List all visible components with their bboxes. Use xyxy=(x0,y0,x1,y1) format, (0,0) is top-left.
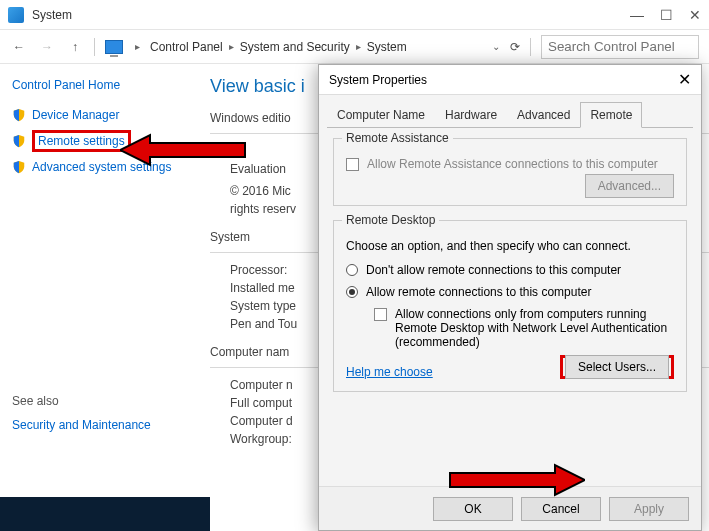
checkbox-label: Allow connections only from computers ru… xyxy=(395,307,674,349)
tab-hardware[interactable]: Hardware xyxy=(435,102,507,128)
maximize-button[interactable]: ☐ xyxy=(660,7,673,23)
shield-icon xyxy=(12,160,26,174)
nla-checkbox[interactable]: Allow connections only from computers ru… xyxy=(374,307,674,349)
shield-icon xyxy=(12,108,26,122)
location-dropdown-icon[interactable]: ▸ xyxy=(135,41,140,52)
radio-dont-allow[interactable]: Don't allow remote connections to this c… xyxy=(346,263,674,277)
dialog-title: System Properties xyxy=(329,73,427,87)
close-button[interactable]: ✕ xyxy=(689,7,701,23)
radio-label: Don't allow remote connections to this c… xyxy=(366,263,621,277)
instruction-text: Choose an option, and then specify who c… xyxy=(346,239,674,253)
sidebar: Control Panel Home Device Manager Remote… xyxy=(0,64,190,531)
tab-computer-name[interactable]: Computer Name xyxy=(327,102,435,128)
remote-assistance-group: Remote Assistance Allow Remote Assistanc… xyxy=(333,138,687,206)
navbar: ← → ↑ ▸ Control Panel ▸ System and Secur… xyxy=(0,30,709,64)
sidebar-item-label: Advanced system settings xyxy=(32,160,171,174)
group-legend: Remote Desktop xyxy=(342,213,439,227)
sidebar-item-advanced-settings[interactable]: Advanced system settings xyxy=(12,160,178,174)
chevron-right-icon[interactable]: ▸ xyxy=(229,41,234,52)
breadcrumb: Control Panel ▸ System and Security ▸ Sy… xyxy=(150,40,407,54)
search-input[interactable] xyxy=(541,35,699,59)
tab-advanced[interactable]: Advanced xyxy=(507,102,580,128)
computer-icon xyxy=(105,40,123,54)
up-button[interactable]: ↑ xyxy=(66,38,84,56)
tab-remote[interactable]: Remote xyxy=(580,102,642,128)
radio-allow[interactable]: Allow remote connections to this compute… xyxy=(346,285,674,299)
sidebar-item-device-manager[interactable]: Device Manager xyxy=(12,108,178,122)
back-button[interactable]: ← xyxy=(10,38,28,56)
breadcrumb-item[interactable]: System and Security xyxy=(240,40,350,54)
breadcrumb-item[interactable]: Control Panel xyxy=(150,40,223,54)
checkbox-label: Allow Remote Assistance connections to t… xyxy=(367,157,658,171)
advanced-button[interactable]: Advanced... xyxy=(585,174,674,198)
checkbox-icon xyxy=(374,308,387,321)
allow-remote-assistance-checkbox[interactable]: Allow Remote Assistance connections to t… xyxy=(346,157,674,171)
tab-strip: Computer Name Hardware Advanced Remote xyxy=(327,101,693,128)
radio-label: Allow remote connections to this compute… xyxy=(366,285,591,299)
forward-button[interactable]: → xyxy=(38,38,56,56)
taskbar xyxy=(0,497,210,531)
radio-icon xyxy=(346,264,358,276)
system-icon xyxy=(8,7,24,23)
control-panel-home-link[interactable]: Control Panel Home xyxy=(12,78,178,92)
checkbox-icon xyxy=(346,158,359,171)
ok-button[interactable]: OK xyxy=(433,497,513,521)
dropdown-icon[interactable]: ⌄ xyxy=(492,41,500,52)
apply-button[interactable]: Apply xyxy=(609,497,689,521)
select-users-button[interactable]: Select Users... xyxy=(565,355,669,379)
minimize-button[interactable]: — xyxy=(630,7,644,23)
help-me-choose-link[interactable]: Help me choose xyxy=(346,365,433,379)
group-legend: Remote Assistance xyxy=(342,131,453,145)
see-also-link[interactable]: Security and Maintenance xyxy=(12,418,178,432)
titlebar: System — ☐ ✕ xyxy=(0,0,709,30)
see-also-header: See also xyxy=(12,394,178,408)
dialog-close-button[interactable]: ✕ xyxy=(678,70,691,89)
sidebar-item-label: Remote settings xyxy=(38,134,125,148)
cancel-button[interactable]: Cancel xyxy=(521,497,601,521)
sidebar-item-label: Device Manager xyxy=(32,108,119,122)
chevron-right-icon[interactable]: ▸ xyxy=(356,41,361,52)
window-title: System xyxy=(32,8,72,22)
shield-icon xyxy=(12,134,26,148)
sidebar-item-remote-settings[interactable]: Remote settings xyxy=(12,130,178,152)
remote-desktop-group: Remote Desktop Choose an option, and the… xyxy=(333,220,687,392)
breadcrumb-item[interactable]: System xyxy=(367,40,407,54)
refresh-button[interactable]: ⟳ xyxy=(510,40,520,54)
radio-icon xyxy=(346,286,358,298)
system-properties-dialog: System Properties ✕ Computer Name Hardwa… xyxy=(318,64,702,531)
